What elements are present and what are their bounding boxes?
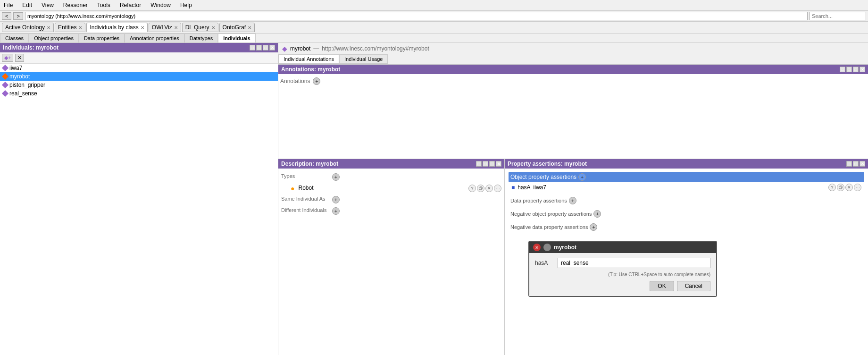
add-individual-button[interactable]: ◆+ — [2, 54, 13, 62]
prop-ctrl-close[interactable]: ✕ — [860, 161, 865, 167]
add-negative-data-property-button[interactable]: + — [590, 223, 597, 231]
desc-ctrl-2[interactable]: □ — [483, 161, 488, 167]
search-input[interactable] — [810, 12, 866, 20]
panel-ctrl-1[interactable]: □ — [250, 45, 255, 51]
individual-real-sense[interactable]: real_sense — [0, 89, 278, 98]
tab-owlviz[interactable]: OWLViz ✕ — [149, 23, 181, 32]
add-same-individual-button[interactable]: + — [332, 196, 340, 203]
entity-tab-datatypes[interactable]: Datatypes — [184, 34, 218, 42]
ann-ctrl-1[interactable]: □ — [840, 67, 845, 72]
menu-refactor[interactable]: Refactor — [118, 1, 143, 9]
add-data-property-button[interactable]: + — [569, 197, 576, 204]
dialog-value-input[interactable] — [558, 258, 710, 268]
ann-ctrl-3[interactable]: □ — [853, 67, 859, 72]
add-object-property-button[interactable]: + — [578, 173, 586, 181]
object-property-label: Object property assertions — [510, 174, 576, 180]
prop-ctrl-1[interactable]: □ — [846, 161, 852, 167]
tab-individual-usage[interactable]: Individual Usage — [339, 54, 388, 64]
add-different-individual-button[interactable]: + — [332, 207, 340, 215]
individual-tabs: Individual Annotations Individual Usage — [278, 54, 868, 64]
ann-ctrl-close[interactable]: ✕ — [860, 67, 865, 72]
forward-button[interactable]: > — [13, 12, 23, 20]
add-type-button[interactable]: + — [332, 173, 340, 181]
obj-prop-delete-icon[interactable]: ✕ — [845, 184, 853, 191]
menu-reasoner[interactable]: Reasoner — [61, 1, 90, 9]
individual-myrobot[interactable]: myrobot — [0, 72, 278, 81]
tab-dl-query[interactable]: DL Query ✕ — [182, 23, 218, 32]
menu-help[interactable]: Help — [178, 1, 194, 9]
object-property-icon: ■ — [511, 184, 515, 191]
menu-bar: File Edit View Reasoner Tools Refactor W… — [0, 0, 868, 11]
prop-controls: □ □ ✕ — [846, 161, 865, 167]
breadcrumb-label: myrobot — [290, 45, 310, 52]
tab-individuals-by-class[interactable]: Individuals by class ✕ — [86, 23, 147, 32]
delete-individual-button[interactable]: ✕ — [15, 54, 24, 62]
property-assertions-title: Property assertions: myrobot — [508, 161, 587, 167]
tab-close-individuals-by-class[interactable]: ✕ — [141, 25, 144, 30]
tab-active-ontology[interactable]: Active Ontology ✕ — [2, 23, 54, 32]
menu-edit[interactable]: Edit — [20, 1, 34, 9]
dialog-ok-button[interactable]: OK — [650, 281, 674, 291]
entity-tab-object-properties[interactable]: Object properties — [29, 34, 79, 42]
individual-piston-gripper[interactable]: piston_gripper — [0, 81, 278, 89]
type-info-icon[interactable]: ? — [468, 185, 476, 192]
panel-ctrl-2[interactable]: □ — [256, 45, 262, 51]
type-more-icon[interactable]: ⋯ — [494, 185, 501, 192]
annotations-panel-header: Annotations: myrobot □ □ □ ✕ — [278, 65, 868, 74]
individual-iiwa7[interactable]: iiwa7 — [0, 64, 278, 72]
negative-data-property-label: Negative data property assertions — [510, 224, 588, 230]
data-property-row: Data property assertions + — [507, 194, 866, 207]
individuals-list: iiwa7 myrobot piston_gripper real_sense — [0, 64, 278, 355]
menu-file[interactable]: File — [2, 1, 15, 9]
right-panel: ◆ myrobot — http://www.inesc.com/myontol… — [278, 43, 868, 355]
tab-individual-annotations[interactable]: Individual Annotations — [278, 54, 339, 64]
ann-ctrl-2[interactable]: □ — [846, 67, 852, 72]
type-delete-icon[interactable]: ✕ — [485, 185, 493, 192]
tab-ontograf[interactable]: OntoGraf ✕ — [219, 23, 255, 32]
dialog-title: myrobot — [554, 244, 576, 251]
property-assertions-header: Property assertions: myrobot □ □ ✕ — [505, 159, 868, 169]
dialog-cancel-button[interactable]: Cancel — [677, 281, 710, 291]
desc-ctrl-1[interactable]: □ — [476, 161, 482, 167]
entity-tab-classes[interactable]: Classes — [0, 34, 29, 42]
tab-close-active-ontology[interactable]: ✕ — [47, 25, 50, 30]
diamond-icon — [2, 90, 8, 97]
entity-tab-annotation-properties[interactable]: Annotation properties — [125, 34, 184, 42]
menu-view[interactable]: View — [40, 1, 56, 9]
tab-close-dl-query[interactable]: ✕ — [211, 25, 215, 30]
different-individuals-label: Different Individuals — [281, 207, 328, 213]
types-label: Types — [281, 173, 328, 179]
desc-ctrl-close[interactable]: ✕ — [496, 161, 501, 167]
type-edit-icon[interactable]: @ — [477, 185, 484, 192]
back-button[interactable]: < — [2, 12, 11, 20]
entity-tab-individuals[interactable]: Individuals — [218, 34, 255, 42]
negative-object-property-label: Negative object property assertions — [510, 211, 592, 217]
obj-prop-info-icon[interactable]: ? — [828, 184, 836, 191]
entity-tab-data-properties[interactable]: Data properties — [79, 34, 125, 42]
desc-ctrl-3[interactable]: □ — [489, 161, 495, 167]
obj-prop-edit-icon[interactable]: @ — [837, 184, 844, 191]
tab-entities[interactable]: Entities ✕ — [55, 23, 85, 32]
menu-window[interactable]: Window — [149, 1, 173, 9]
tab-close-entities[interactable]: ✕ — [78, 25, 82, 30]
prop-ctrl-2[interactable]: □ — [853, 161, 859, 167]
annotations-row: Annotations + — [280, 76, 866, 86]
tab-label: Active Ontology — [5, 24, 45, 31]
add-negative-object-property-button[interactable]: + — [593, 210, 601, 218]
different-individuals-row: Different Individuals + — [281, 205, 501, 217]
add-annotation-button[interactable]: + — [313, 77, 320, 85]
dialog-minimize-button[interactable] — [543, 244, 551, 251]
address-input[interactable] — [25, 12, 808, 20]
menu-tools[interactable]: Tools — [95, 1, 112, 9]
panel-ctrl-close[interactable]: ✕ — [269, 45, 275, 51]
object-property-actions: ? @ ✕ ⋯ — [828, 184, 861, 191]
type-entry-row: ● Robot ? @ ✕ ⋯ — [281, 183, 501, 194]
panel-ctrl-3[interactable]: □ — [263, 45, 268, 51]
tab-close-owlviz[interactable]: ✕ — [174, 25, 178, 30]
data-property-header: Data property assertions + — [509, 195, 864, 206]
tab-label: OntoGraf — [223, 24, 246, 31]
dialog-close-button[interactable]: ✕ — [533, 244, 541, 251]
description-section: Description: myrobot □ □ □ ✕ Types + ● — [278, 159, 505, 355]
obj-prop-more-icon[interactable]: ⋯ — [854, 184, 861, 191]
tab-close-ontograf[interactable]: ✕ — [248, 25, 251, 30]
